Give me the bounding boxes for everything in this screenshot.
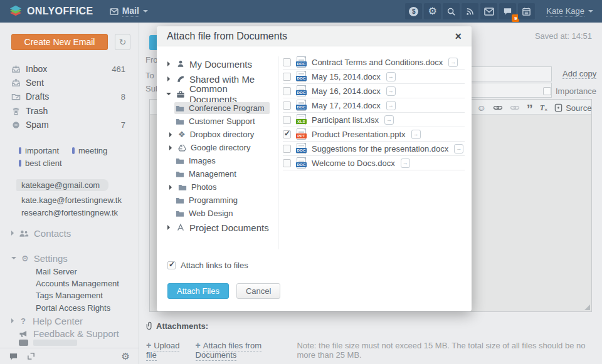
chat-icon <box>503 7 512 16</box>
account-item[interactable]: kate.kage@fortestingnew.tk <box>21 194 122 205</box>
file-checkbox[interactable] <box>283 159 291 167</box>
file-checkbox-checked[interactable] <box>283 130 291 138</box>
tree-item-programming[interactable]: Programming <box>166 194 277 207</box>
chevron-down-icon <box>11 257 16 259</box>
sidebar-item-feedback[interactable]: Feedback & Support <box>19 327 131 340</box>
file-checkbox[interactable] <box>283 116 291 124</box>
sidebar-item-tags-management[interactable]: Tags Management <box>36 289 131 301</box>
account-item[interactable]: research@fortestingnew.tk <box>21 207 118 218</box>
attach-links-checkbox[interactable] <box>167 261 176 269</box>
chat-bubble-icon[interactable] <box>9 352 18 361</box>
gear-icon[interactable] <box>122 351 130 362</box>
attach-links-toggle[interactable]: Attach links to files <box>167 261 248 270</box>
tree-item-my-documents[interactable]: My Documents <box>166 56 277 71</box>
tag-color-icon <box>72 147 75 154</box>
onlyoffice-logo[interactable]: ONLYOFFICE <box>9 4 93 18</box>
importance-toggle[interactable]: Importance <box>543 86 596 96</box>
sidebar-item-sent[interactable]: Sent <box>11 76 131 89</box>
file-checkbox[interactable] <box>283 145 291 153</box>
sidebar-item-settings[interactable]: Settings <box>11 252 131 264</box>
cancel-button[interactable]: Cancel <box>236 283 280 299</box>
sidebar-item-mail-server[interactable]: Mail Server <box>36 265 131 278</box>
share-icon[interactable] <box>411 130 421 139</box>
tree-item-customer-support[interactable]: Customer Support <box>166 115 277 128</box>
expand-icon[interactable] <box>27 352 35 360</box>
file-row[interactable]: DOC May 16, 2014.docx <box>283 84 465 98</box>
attach-from-documents-link[interactable]: +Attach files from Documents <box>196 340 286 360</box>
sidebar-bottom-bar <box>0 348 139 364</box>
share-icon[interactable] <box>448 58 458 67</box>
sidebar-item-accounts-management[interactable]: Accounts Management <box>36 277 131 289</box>
file-checkbox[interactable] <box>283 87 291 95</box>
calendar-button[interactable] <box>518 3 535 19</box>
file-row[interactable]: DOC Contract Terms and Conditions.docx <box>283 55 465 70</box>
file-row[interactable]: XLS Participant list.xlsx <box>283 113 465 127</box>
close-icon[interactable] <box>455 31 462 42</box>
link-icon[interactable] <box>493 104 503 112</box>
tree-item-google[interactable]: Google directory <box>166 141 277 154</box>
importance-checkbox[interactable] <box>543 87 551 95</box>
search-button[interactable] <box>443 3 460 19</box>
source-button[interactable]: Source <box>554 103 591 113</box>
share-icon[interactable] <box>454 144 463 153</box>
share-icon[interactable] <box>386 101 396 110</box>
sidebar-item-contacts[interactable]: Contacts <box>11 227 131 239</box>
file-row[interactable]: DOC Suggestions for the presentation.doc… <box>283 142 465 156</box>
user-menu[interactable]: Kate Kage <box>546 6 593 17</box>
unlink-icon[interactable] <box>510 104 520 112</box>
sidebar-item-help-center[interactable]: ? Help Center <box>11 315 131 327</box>
file-row[interactable]: DOC May 17, 2014.docx <box>283 98 465 113</box>
file-row[interactable]: DOC May 15, 2014.docx <box>283 70 465 84</box>
tag-important[interactable]: important <box>19 145 59 155</box>
smiley-icon[interactable] <box>477 102 485 113</box>
sidebar-item-inbox[interactable]: Inbox 461 <box>11 63 131 75</box>
attach-files-button[interactable]: Attach Files <box>167 283 229 299</box>
share-icon[interactable] <box>401 159 410 168</box>
tree-item-project-documents[interactable]: Project Documents <box>166 220 277 235</box>
feed-button[interactable] <box>462 3 478 19</box>
paperclip-icon <box>146 321 153 331</box>
resize-grip[interactable] <box>584 304 590 310</box>
refresh-button[interactable] <box>115 34 130 50</box>
tree-item-conference-program[interactable]: Conference Program <box>166 101 277 115</box>
account-item[interactable]: katekage@gmail.com <box>16 179 108 190</box>
file-checkbox[interactable] <box>283 101 291 110</box>
share-icon[interactable] <box>386 72 396 81</box>
docx-file-icon: DOC <box>297 143 306 154</box>
tree-item-images[interactable]: Images <box>166 154 277 167</box>
sidebar-item-partial[interactable] <box>19 340 77 348</box>
tree-item-management[interactable]: Management <box>166 167 277 180</box>
create-new-email-button[interactable]: Create New Email <box>11 34 108 50</box>
tag-meeting[interactable]: meeting <box>72 145 107 155</box>
briefcase-icon <box>176 90 185 98</box>
sidebar-item-drafts[interactable]: Drafts 8 <box>11 90 131 103</box>
tree-item-web-design[interactable]: Web Design <box>166 207 277 220</box>
settings-button[interactable] <box>424 3 441 19</box>
sidebar-item-spam[interactable]: Spam 7 <box>11 118 131 131</box>
tag-best-client[interactable]: best client <box>19 158 62 168</box>
drafts-icon <box>11 92 21 101</box>
upload-file-link[interactable]: +Upload file <box>146 340 184 360</box>
share-icon[interactable] <box>386 86 396 96</box>
file-row[interactable]: DOC Welcome to Docs.docx <box>283 156 465 170</box>
partial-label <box>33 340 77 346</box>
file-checkbox[interactable] <box>283 58 291 66</box>
talk-button[interactable]: 9 <box>499 3 516 19</box>
dollar-icon <box>409 7 418 16</box>
share-icon[interactable] <box>384 115 394 125</box>
mail-button[interactable] <box>480 3 497 19</box>
payments-button[interactable] <box>405 3 422 19</box>
sidebar-item-trash[interactable]: Trash <box>11 105 131 117</box>
module-switcher[interactable]: Mail <box>110 6 148 17</box>
tree-item-photos[interactable]: Photos <box>166 180 277 194</box>
remove-format-icon[interactable] <box>540 103 547 113</box>
file-row-selected[interactable]: PPT Product Presentation.pptx <box>283 127 465 142</box>
user-name: Kate Kage <box>546 6 584 17</box>
add-copy-link[interactable]: Add copy <box>562 69 596 79</box>
tree-item-dropbox[interactable]: Dropbox directory <box>166 128 277 141</box>
blockquote-icon[interactable] <box>527 102 533 113</box>
tree-item-common-documents[interactable]: Common Documents <box>166 86 277 101</box>
file-checkbox[interactable] <box>283 73 291 81</box>
sidebar-item-portal-access-rights[interactable]: Portal Access Rights <box>36 301 131 314</box>
chevron-right-icon <box>167 61 170 66</box>
